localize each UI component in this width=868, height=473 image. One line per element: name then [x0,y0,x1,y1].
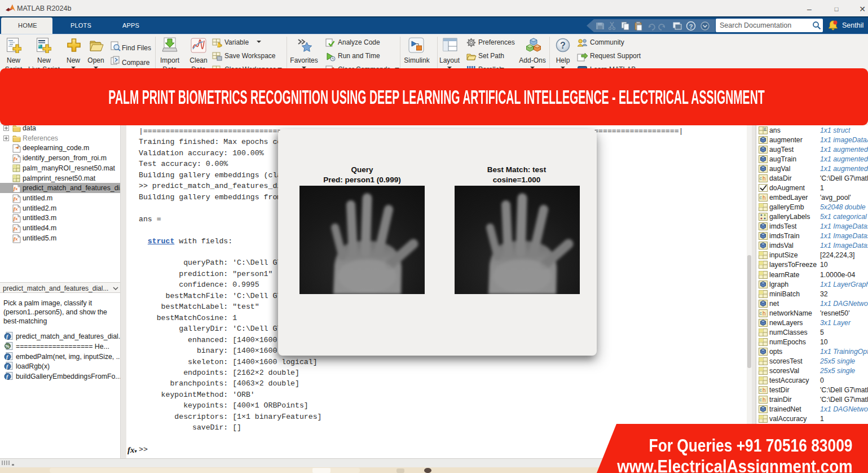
svg-text:c: c [760,195,763,200]
svg-text:fx: fx [14,226,18,231]
svg-text:h: h [763,176,766,182]
svg-text:fx: fx [14,156,18,161]
svg-text:fx: fx [14,216,18,221]
svg-text:h: h [763,195,766,201]
svg-text:h: h [763,387,766,393]
svg-text:c: c [760,387,763,393]
svg-text:?: ? [560,41,566,50]
svg-text:fx: fx [14,206,18,212]
svg-text:%: % [6,344,10,349]
svg-text:fx: fx [14,236,18,242]
svg-text:fx: fx [14,186,18,191]
svg-text:fx: fx [14,196,18,202]
svg-text:c: c [760,176,763,181]
svg-text:c: c [760,310,763,316]
svg-text:c: c [760,397,763,402]
svg-text:?: ? [689,23,693,30]
svg-text:h: h [763,310,766,317]
svg-text:h: h [763,397,766,403]
